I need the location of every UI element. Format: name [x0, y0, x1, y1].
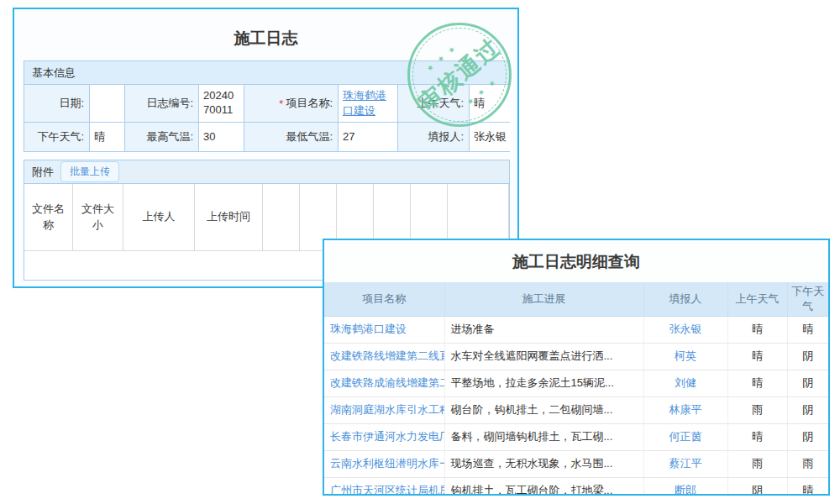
log-detail-row: 长春市伊通河水力发电厂改建工程 备料，砌间墙钩机排土，瓦工砌... 何正茵 晴 … [324, 423, 828, 450]
log-detail-query-panel: 施工日志明细查询 项目名称 施工进展 填报人 上午天气 [323, 239, 830, 496]
pm-weather-cell: 雨 [787, 450, 828, 477]
section-title: 基本信息 [32, 66, 76, 81]
pm-weather-cell: 阴 [787, 423, 828, 450]
am-weather-cell: 雨 [727, 450, 787, 477]
pm-weather-label: 下午天气: [24, 123, 90, 151]
attachment-label: 附件 [32, 165, 54, 180]
progress-cell: 进场准备 [444, 316, 643, 343]
max-temp-value: 30 [199, 123, 244, 151]
am-weather-value: 晴 [470, 85, 511, 122]
reporter-link[interactable]: 林康平 [669, 403, 702, 416]
min-temp-value: 27 [339, 123, 398, 151]
basic-info-form: 基本信息 日期: 日志编号: 2024070011 * 项目名称: 珠海鹤港口建… [24, 60, 510, 152]
am-weather-cell: 晴 [727, 343, 787, 370]
project-cell: 湖南洞庭湖水库引水工程施工标 [324, 396, 444, 423]
am-weather-cell: 晴 [727, 316, 787, 343]
log-detail-row: 改建铁路线增建第二线直通线 水车对全线遮阳网覆盖点进行洒... 柯英 晴 阴 [324, 343, 828, 370]
reporter-cell: 林康平 [643, 396, 727, 423]
project-cell: 长春市伊通河水力发电厂改建工程 [324, 423, 444, 450]
log-number-value: 2024070011 [199, 85, 244, 122]
date-field[interactable] [90, 85, 125, 122]
max-temp-label: 最高气温: [125, 123, 199, 151]
project-cell: 广州市天河区统计局机房改造项目 [324, 477, 444, 496]
log-form-title: 施工日志 [14, 28, 517, 50]
min-temp-label: 最低气温: [244, 123, 339, 151]
pm-weather-cell: 晴 [787, 316, 828, 343]
attachment-column-header [263, 184, 300, 250]
progress-cell: 平整场地，拉走多余泥土15辆泥... [444, 370, 643, 396]
progress-cell: 备料，砌间墙钩机排土，瓦工砌... [444, 423, 643, 450]
log-detail-table: 项目名称 施工进展 填报人 上午天气 下午天气 珠海鹤港口 [324, 282, 828, 496]
progress-cell: 砌台阶，钩机排土，二包砌间墙... [444, 396, 643, 423]
reporter-label: 填报人: [398, 123, 470, 151]
am-weather-label: 上午天气: [398, 85, 470, 122]
detail-table-header-row: 项目名称 施工进展 填报人 上午天气 下午天气 [324, 282, 828, 316]
reporter-cell: 张永银 [643, 316, 727, 343]
attachment-column-header: 文件名称 [24, 184, 73, 250]
am-weather-cell: 雨 [727, 396, 787, 423]
log-detail-row: 湖南洞庭湖水库引水工程施工标 砌台阶，钩机排土，二包砌间墙... 林康平 雨 阴 [324, 396, 828, 423]
form-row-1: 日期: 日志编号: 2024070011 * 项目名称: 珠海鹤港口建设 上午天… [24, 85, 509, 123]
detail-query-title: 施工日志明细查询 [324, 240, 828, 282]
batch-upload-button[interactable]: 批量上传 [60, 161, 119, 182]
project-cell: 珠海鹤港口建设 [324, 316, 444, 343]
project-name-cell: 珠海鹤港口建设 [339, 85, 398, 122]
reporter-cell: 蔡江平 [643, 450, 727, 477]
project-link[interactable]: 珠海鹤港口建设 [343, 88, 393, 118]
project-cell: 改建铁路成渝线增建第二直通线 [324, 370, 444, 396]
reporter-cell: 断郎 [643, 477, 727, 496]
log-number-label: 日志编号: [125, 85, 199, 122]
pm-weather-value: 晴 [90, 123, 125, 151]
reporter-cell: 刘健 [643, 370, 727, 396]
progress-cell: 现场巡查，无积水现象，水马围... [444, 450, 643, 477]
project-link[interactable]: 湖南洞庭湖水库引水工程施工标 [330, 403, 444, 416]
am-weather-cell: 阴 [727, 477, 787, 496]
am-weather-cell: 晴 [727, 370, 787, 396]
log-detail-row: 珠海鹤港口建设 进场准备 张永银 晴 晴 [324, 316, 828, 343]
reporter-link[interactable]: 蔡江平 [669, 457, 702, 470]
project-link[interactable]: 云南水利枢纽潜明水库一期工程 [330, 457, 444, 470]
detail-column-header: 上午天气 [727, 282, 787, 316]
detail-column-header: 项目名称 [324, 282, 444, 316]
project-link[interactable]: 珠海鹤港口建设 [330, 323, 407, 335]
reporter-link[interactable]: 刘健 [675, 376, 696, 389]
reporter-link[interactable]: 断郎 [675, 484, 696, 496]
attachment-column-header: 上传时间 [195, 184, 263, 250]
am-weather-cell: 晴 [727, 423, 787, 450]
pm-weather-cell: 晴 [787, 477, 828, 496]
reporter-cell: 柯英 [643, 343, 727, 370]
project-link[interactable]: 长春市伊通河水力发电厂改建工程 [330, 430, 444, 443]
project-name-label: * 项目名称: [244, 85, 339, 122]
form-row-2: 下午天气: 晴 最高气温: 30 最低气温: 27 填报人: 张永银 [24, 123, 509, 151]
log-detail-row: 云南水利枢纽潜明水库一期工程 现场巡查，无积水现象，水马围... 蔡江平 雨 雨 [324, 450, 828, 477]
project-cell: 改建铁路线增建第二线直通线 [324, 343, 444, 370]
reporter-link[interactable]: 柯英 [675, 349, 696, 362]
attachment-column-header: 文件大小 [73, 184, 123, 250]
pm-weather-cell: 阴 [787, 396, 828, 423]
reporter-cell: 何正茵 [643, 423, 727, 450]
reporter-value: 张永银 [470, 123, 511, 151]
project-cell: 云南水利枢纽潜明水库一期工程 [324, 450, 444, 477]
progress-cell: 水车对全线遮阳网覆盖点进行洒... [444, 343, 643, 370]
detail-column-header: 下午天气 [787, 282, 828, 316]
project-link[interactable]: 改建铁路成渝线增建第二直通线 [330, 376, 444, 389]
pm-weather-cell: 阴 [787, 343, 828, 370]
reporter-link[interactable]: 何正茵 [669, 430, 702, 443]
project-link[interactable]: 广州市天河区统计局机房改造项目 [330, 484, 444, 496]
project-link[interactable]: 改建铁路线增建第二线直通线 [330, 349, 444, 362]
attachment-column-header: 上传人 [123, 184, 195, 250]
log-detail-row: 改建铁路成渝线增建第二直通线 平整场地，拉走多余泥土15辆泥... 刘健 晴 阴 [324, 370, 828, 396]
pm-weather-cell: 阴 [787, 370, 828, 396]
date-label: 日期: [24, 85, 90, 122]
log-detail-row: 广州市天河区统计局机房改造项目 钩机排土，瓦工砌台阶，打地梁... 断郎 阴 晴 [324, 477, 828, 496]
detail-column-header: 填报人 [643, 282, 727, 316]
required-asterisk: * [279, 97, 283, 110]
detail-column-header: 施工进展 [444, 282, 643, 316]
basic-info-section-header: 基本信息 [24, 61, 509, 85]
progress-cell: 钩机排土，瓦工砌台阶，打地梁... [444, 477, 643, 496]
reporter-link[interactable]: 张永银 [669, 323, 702, 335]
desktop: 施工日志 ★ ★ ★ 审核通过 ★ ★ ★ 基本信息 日期: 日志编号: 202… [0, 0, 840, 504]
attachment-toolbar: 附件 批量上传 [24, 160, 509, 184]
